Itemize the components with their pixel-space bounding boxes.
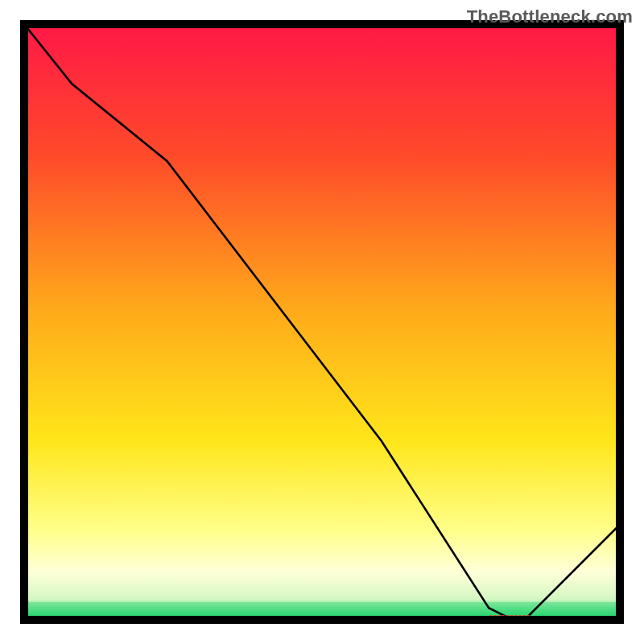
- plot-area: [24, 24, 620, 620]
- bottleneck-chart: [0, 0, 644, 644]
- watermark-text: TheBottleneck.com: [467, 6, 633, 27]
- gradient-background: [24, 24, 620, 620]
- chart-container: TheBottleneck.com: [0, 0, 644, 644]
